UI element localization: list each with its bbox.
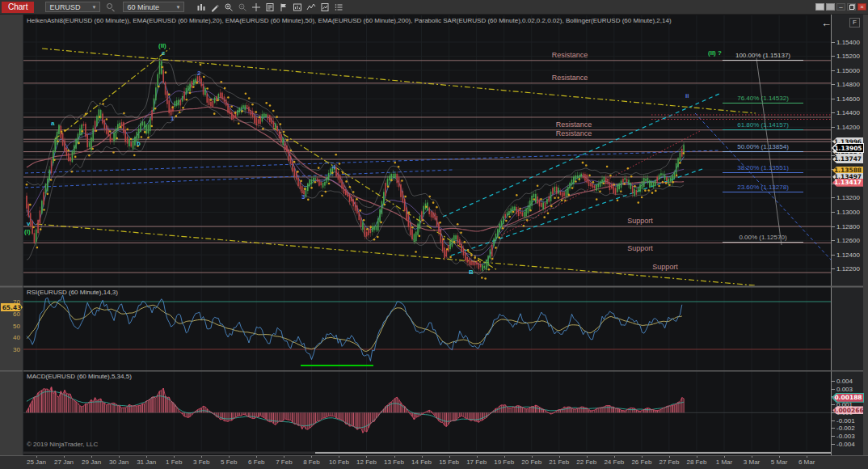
date-label: 3 Feb — [187, 458, 216, 466]
restore-button[interactable] — [847, 3, 856, 11]
chart-window: Chart EURUSD ▼ 60 Minute ▼ – — [0, 0, 868, 469]
macd-tick: 0.004 — [832, 378, 853, 385]
date-label: 25 Jan — [22, 458, 51, 466]
indicators-icon[interactable] — [305, 2, 317, 13]
chart-tab[interactable]: Chart — [2, 2, 34, 13]
instrument-link-button[interactable] — [815, 3, 824, 11]
instrument-value: EURUSD — [49, 3, 80, 11]
date-label: 7 Feb — [269, 458, 298, 466]
price-tick: 1.15400 — [832, 39, 860, 46]
minimize-button[interactable]: – — [836, 3, 845, 11]
price-badge: 1.13747 — [832, 155, 863, 163]
date-label: 27 Jan — [49, 458, 78, 466]
date-label: 29 Jan — [77, 458, 106, 466]
chevron-down-icon: ▼ — [176, 5, 181, 10]
date-label: 1 Mar — [710, 458, 739, 466]
properties-icon[interactable] — [333, 2, 344, 13]
date-label: 22 Feb — [572, 458, 601, 466]
window-controls: – × — [815, 3, 866, 11]
date-label: 24 Feb — [600, 458, 629, 466]
price-tick: 1.14200 — [832, 124, 860, 131]
close-button[interactable]: × — [857, 3, 866, 11]
date-label: 21 Feb — [545, 458, 574, 466]
price-axis[interactable]: F 1.154001.152001.150001.148001.146001.1… — [831, 15, 863, 455]
crosshair-icon[interactable] — [251, 2, 262, 13]
price-badge-value: 1.13905 — [833, 144, 863, 152]
price-tick: 1.12600 — [832, 237, 860, 244]
chart-style-icon[interactable] — [196, 2, 207, 13]
restore-icon — [849, 5, 854, 10]
rsi-scale-label: 30 — [13, 346, 20, 353]
rsi-value-badge: 65.43 — [1, 303, 23, 311]
zoom-out-icon[interactable] — [237, 2, 248, 13]
interval-link-button[interactable] — [826, 3, 835, 11]
price-tick: 1.13000 — [832, 209, 860, 216]
titlebar: Chart EURUSD ▼ 60 Minute ▼ – — [0, 0, 868, 15]
toolbar-icons — [196, 2, 344, 13]
price-tick: 1.14400 — [832, 109, 860, 116]
rsi-scale-label: 50 — [13, 323, 20, 330]
macd-tick: -0.001 — [832, 417, 855, 425]
date-label: 20 Feb — [517, 458, 546, 466]
price-tick: 1.13200 — [832, 194, 860, 201]
date-label: 1 Feb — [159, 458, 188, 466]
search-icon[interactable] — [106, 2, 115, 11]
date-label: 5 Feb — [214, 458, 243, 466]
price-tick: 1.12200 — [832, 265, 860, 273]
chart-window-icon[interactable] — [292, 2, 303, 13]
macd-tick: -0.004 — [832, 441, 855, 448]
date-label: 15 Feb — [435, 458, 464, 466]
date-label: 3 Mar — [737, 458, 766, 466]
price-tick: 1.14600 — [832, 95, 860, 103]
rsi-scale-label: 60 — [13, 311, 20, 318]
macd-tick: -0.003 — [832, 433, 855, 440]
price-badge: 0.000266 — [832, 406, 863, 414]
date-label: 10 Feb — [324, 458, 353, 466]
price-tick: 1.12800 — [832, 223, 860, 230]
date-label: 6 Mar — [792, 458, 821, 466]
date-label: 26 Feb — [627, 458, 656, 466]
date-label: 27 Feb — [655, 458, 684, 466]
chevron-down-icon: ▼ — [92, 5, 97, 10]
macd-tick: 0.003 — [832, 386, 853, 393]
zoom-in-icon[interactable] — [223, 2, 234, 13]
price-badge-value: 0.00188 — [833, 394, 863, 402]
interval-value: 60 Minute — [127, 3, 159, 11]
interval-combo[interactable]: 60 Minute ▼ — [123, 2, 184, 12]
date-label: 30 Jan — [104, 458, 133, 466]
date-label: 5 Mar — [765, 458, 794, 466]
date-label: 8 Feb — [297, 458, 326, 466]
price-badge: 1.13905 — [832, 143, 864, 153]
alerts-icon[interactable] — [278, 2, 289, 13]
date-label: 17 Feb — [462, 458, 491, 466]
date-label: 28 Feb — [682, 458, 711, 466]
data-series-icon[interactable] — [264, 2, 276, 13]
date-label: 14 Feb — [407, 458, 436, 466]
fixed-scale-flag[interactable]: F — [849, 18, 860, 27]
price-badge: 0.00188 — [832, 393, 864, 403]
drawing-tools-icon[interactable] — [209, 2, 221, 13]
macd-tick: -0.002 — [832, 425, 855, 432]
date-label: 6 Feb — [242, 458, 271, 466]
price-tick: 1.14800 — [832, 81, 860, 88]
rsi-scale-label: 40 — [13, 334, 20, 341]
price-badge: 1.13417 — [832, 179, 863, 187]
chart-plot-area[interactable] — [23, 15, 831, 455]
left-gutter: 706050403065.43 — [0, 15, 23, 455]
price-tick: 1.12400 — [832, 251, 860, 259]
price-tick: 1.15200 — [832, 53, 860, 60]
date-axis[interactable]: 25 Jan27 Jan29 Jan30 Jan31 Jan1 Feb3 Feb… — [0, 455, 868, 469]
price-tick: 1.15000 — [832, 67, 860, 74]
date-label: 31 Jan — [132, 458, 161, 466]
instrument-combo[interactable]: EURUSD ▼ — [45, 2, 100, 12]
date-label: 19 Feb — [490, 458, 519, 466]
date-label: 12 Feb — [352, 458, 381, 466]
report-icon[interactable] — [319, 2, 331, 13]
date-label: 13 Feb — [380, 458, 409, 466]
